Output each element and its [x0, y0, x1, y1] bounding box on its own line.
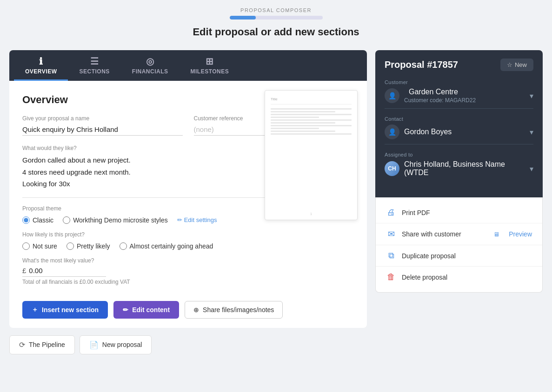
- edit-settings-button[interactable]: ✏ Edit settings: [177, 216, 217, 223]
- pencil-icon: ✏: [177, 216, 182, 223]
- proposal-number: Proposal #17857: [385, 59, 458, 70]
- new-proposal-label: New proposal: [102, 341, 142, 348]
- likely-almost-radio[interactable]: [120, 242, 127, 250]
- customer-icon: 👤: [385, 88, 399, 103]
- overview-icon: ℹ: [39, 57, 43, 66]
- doc-line: [271, 111, 335, 112]
- proposal-card: Proposal #17857 ☆ New Customer 👤 Garden …: [375, 50, 543, 197]
- likely-not-sure-radio[interactable]: [22, 242, 30, 250]
- new-proposal-nav-item[interactable]: 📄 New proposal: [80, 335, 152, 354]
- doc-preview-title: Title: [271, 97, 352, 105]
- action-delete[interactable]: 🗑 Delete proposal: [376, 267, 542, 287]
- action-duplicate-label: Duplicate proposal: [402, 252, 456, 260]
- doc-page-number: 1: [310, 212, 312, 216]
- actions-card: 🖨 Print PDF ✉ Share with customer 🖥 Prev…: [375, 197, 543, 293]
- doc-line: [271, 131, 335, 132]
- proposal-name-field: Give your proposal a name: [22, 115, 183, 136]
- customer-name: Garden Centre: [409, 88, 530, 96]
- assigned-name: Chris Holland, Business Name (WTDE: [404, 160, 530, 177]
- tab-sections[interactable]: ☰ SECTIONS: [68, 50, 120, 81]
- insert-section-button[interactable]: ＋ Insert new section: [22, 301, 108, 319]
- edit-content-button[interactable]: ✏ Edit content: [113, 301, 179, 319]
- share-files-icon: ⊕: [193, 306, 199, 314]
- likely-pretty-radio[interactable]: [67, 242, 74, 250]
- action-delete-label: Delete proposal: [402, 274, 447, 281]
- proposal-name-input[interactable]: [22, 124, 183, 136]
- customer-field-group: Customer 👤 Garden Centre Customer code: …: [385, 79, 533, 109]
- theme-classic-radio[interactable]: [22, 216, 30, 224]
- contact-chevron-icon[interactable]: ▾: [530, 128, 533, 137]
- bottom-buttons: ＋ Insert new section ✏ Edit content ⊕ Sh…: [22, 294, 354, 319]
- doc-line: [271, 128, 319, 129]
- left-panel: ℹ OVERVIEW ☰ SECTIONS ◎ FINANCIALS ⊞ MIL…: [9, 50, 367, 328]
- document-preview: Title 1: [265, 90, 358, 220]
- progress-bar-fill: [230, 16, 256, 20]
- assigned-chevron-icon[interactable]: ▾: [530, 164, 533, 173]
- doc-line: [271, 125, 352, 126]
- tab-overview-label: OVERVIEW: [25, 68, 57, 75]
- delete-icon: 🗑: [386, 272, 396, 282]
- tab-financials-label: FINANCIALS: [132, 68, 168, 75]
- vat-note: Total of all financials is £0.00 excludi…: [22, 279, 354, 285]
- doc-line: [271, 133, 352, 135]
- action-share-customer-label: Share with customer: [402, 230, 461, 238]
- customer-chevron-icon[interactable]: ▾: [530, 91, 533, 100]
- pipeline-nav-item[interactable]: ⟳ The Pipeline: [9, 335, 75, 354]
- value-input[interactable]: [29, 267, 85, 274]
- share-customer-icon: ✉: [386, 229, 396, 239]
- contact-select-row[interactable]: 👤 Gordon Boyes ▾: [385, 124, 533, 144]
- customer-code: Customer code: MAGARD22: [404, 97, 530, 104]
- likely-pretty[interactable]: Pretty likely: [67, 242, 110, 250]
- doc-line: [271, 117, 319, 118]
- doc-line: [271, 119, 352, 121]
- main-layout: ℹ OVERVIEW ☰ SECTIONS ◎ FINANCIALS ⊞ MIL…: [0, 43, 552, 328]
- likely-not-sure-label: Not sure: [33, 242, 57, 250]
- doc-preview-lines: [271, 108, 352, 135]
- page-header: PROPOSAL COMPOSER Edit proposal or add n…: [0, 0, 552, 43]
- plus-icon: ＋: [32, 306, 38, 314]
- tab-overview[interactable]: ℹ OVERVIEW: [14, 50, 68, 81]
- tab-milestones-label: MILESTONES: [190, 68, 229, 75]
- content-area: Title 1 Overview: [9, 81, 367, 328]
- action-duplicate[interactable]: ⧉ Duplicate proposal: [376, 245, 542, 267]
- likely-not-sure[interactable]: Not sure: [22, 242, 57, 250]
- value-field: £: [22, 267, 106, 277]
- proposal-card-header: Proposal #17857 ☆ New: [385, 59, 533, 71]
- contact-label: Contact: [385, 116, 533, 122]
- tab-financials[interactable]: ◎ FINANCIALS: [121, 50, 180, 81]
- composer-label: PROPOSAL COMPOSER: [0, 7, 552, 13]
- pipeline-label: The Pipeline: [29, 341, 65, 348]
- assigned-field-group: Assigned to CH Chris Holland, Business N…: [385, 152, 533, 182]
- assigned-select-row[interactable]: CH Chris Holland, Business Name (WTDE ▾: [385, 160, 533, 182]
- action-share-customer[interactable]: ✉ Share with customer 🖥 Preview: [376, 223, 542, 245]
- theme-workthing-radio[interactable]: [63, 216, 70, 224]
- contact-field-group: Contact 👤 Gordon Boyes ▾: [385, 116, 533, 144]
- action-preview-label[interactable]: Preview: [509, 230, 532, 238]
- likely-label: How likely is this project?: [22, 231, 354, 238]
- customer-select-row[interactable]: 👤 Garden Centre Customer code: MAGARD22 …: [385, 88, 533, 109]
- duplicate-icon: ⧉: [386, 251, 396, 261]
- likely-almost[interactable]: Almost certainly going ahead: [120, 242, 213, 250]
- share-files-button[interactable]: ⊕ Share files/images/notes: [185, 301, 283, 319]
- doc-line: [271, 108, 352, 110]
- contact-icon: 👤: [385, 124, 399, 139]
- assigned-label: Assigned to: [385, 152, 533, 157]
- value-label: What's the most likely value?: [22, 257, 354, 264]
- footer-nav: ⟳ The Pipeline 📄 New proposal: [0, 328, 552, 359]
- action-print-label: Print PDF: [402, 209, 430, 216]
- tab-milestones[interactable]: ⊞ MILESTONES: [179, 50, 240, 81]
- new-badge-button[interactable]: ☆ New: [500, 59, 533, 71]
- customer-label: Customer: [385, 79, 533, 85]
- likely-pretty-label: Pretty likely: [77, 242, 110, 250]
- theme-classic[interactable]: Classic: [22, 216, 53, 224]
- pipeline-icon: ⟳: [19, 340, 25, 349]
- theme-workthing[interactable]: Workthing Demo microsite styles: [63, 216, 168, 224]
- star-icon: ☆: [507, 61, 512, 68]
- preview-icon: 🖥: [491, 231, 501, 238]
- likely-radio-group: Not sure Pretty likely Almost certainly …: [22, 242, 354, 250]
- page-title: Edit proposal or add new sections: [0, 26, 552, 38]
- tab-bar: ℹ OVERVIEW ☰ SECTIONS ◎ FINANCIALS ⊞ MIL…: [9, 50, 367, 81]
- avatar: CH: [385, 161, 399, 176]
- new-proposal-icon: 📄: [89, 340, 99, 349]
- action-print-pdf[interactable]: 🖨 Print PDF: [376, 202, 542, 223]
